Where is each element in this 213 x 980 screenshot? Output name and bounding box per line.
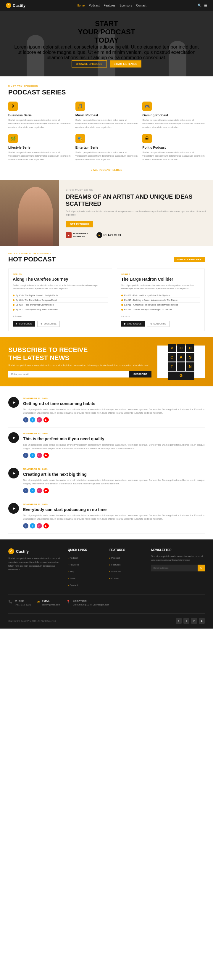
episode-item: Ep #15 - Building a Career in Astronomy … [121,298,200,302]
start-listening-button[interactable]: START LISTENING [110,60,142,67]
newsletter-title: NEWSLETTER [151,548,205,552]
blog-meta-4: NOVEMBER 22, 2019 [23,503,205,506]
blog-play-button-4[interactable]: ▶ [8,503,19,514]
main-podcast-title: Along The Carefree Journey [13,277,108,282]
footer-linkedin-icon[interactable]: in [191,618,197,624]
youtube-icon[interactable]: ▶ [43,453,49,458]
subscribe-email-input[interactable] [8,371,129,377]
instagram-icon[interactable]: in [37,488,42,493]
list-item: Features [68,562,103,567]
twitter-icon[interactable]: t [30,523,35,528]
footer-youtube-icon[interactable]: ▶ [199,618,205,624]
youtube-icon[interactable]: ▶ [43,488,49,493]
play-episodes-button-2[interactable]: ▶ 13 EPISODES [121,321,145,326]
subscribe-banner: SUBSCRIBE TO RECEIVE THE LATEST NEWS Sed… [0,337,213,387]
featured-show-label: SHOW MUST GO ON [66,189,207,191]
footer-twitter-icon[interactable]: t [183,618,189,624]
momentary-text: MOMENTARYPICTURES [73,232,88,238]
browse-episodes-button[interactable]: BROWSE EPISODES [72,60,107,67]
episode-item: Ep #14 - The Digital Nomad Lifestyle Fac… [13,293,108,298]
all-podcast-series-link[interactable]: ▸ ALL PODCAST SERIES [91,169,122,172]
footer-copyright: Copyright © CastifyPro 2019, All Right R… [8,620,56,622]
facebook-icon[interactable]: f [23,417,29,423]
ep-dot [13,294,14,296]
quick-link-team[interactable]: Team [70,577,75,580]
nav-features[interactable]: Features [104,4,115,7]
quick-link-blog[interactable]: Blog [70,570,74,573]
feature-link-features[interactable]: Features [111,563,121,566]
podcast-featured-row: SERIES Along The Carefree Journey Sed ut… [8,269,205,331]
blog-social-3: f t in ▶ [23,488,205,493]
subscribe-button[interactable]: ⊕ SUBSCRIBE [37,321,60,327]
featured-image [0,180,59,247]
nav-contact[interactable]: Contact [136,4,146,7]
play-icon: ▶ [13,506,15,511]
quick-link-features[interactable]: Features [70,563,79,566]
music-icon: 🎵 [75,102,85,111]
feature-link-about[interactable]: About Us [111,570,121,573]
location-icon: 📍 [66,600,70,604]
twitter-icon[interactable]: t [30,417,35,423]
featured-banner: SHOW MUST GO ON DREAMS OF AN ARTIST AND … [0,180,213,247]
sign-g: G [168,372,194,380]
youtube-icon[interactable]: ▶ [43,523,49,528]
email-value: castify@mail.com [42,603,60,606]
facebook-icon[interactable]: f [23,523,29,528]
episode-item: Ep #47 - Goodbye Boring, Hello Adventure [13,307,108,312]
instagram-icon[interactable]: in [37,417,42,423]
hero-buttons: BROWSE EPISODES START LISTENING [12,60,201,67]
footer-brand-icon: C [8,548,14,554]
blog-content-1: NOVEMBER 22, 2019 Getting rid of time co… [23,397,205,423]
quick-link-contact[interactable]: Contact [70,584,78,587]
featured-content: SHOW MUST GO ON DREAMS OF AN ARTIST AND … [59,180,213,247]
secondary-podcast-title: The Large Hadron Collider [121,277,200,282]
nav-sponsors[interactable]: Sponsors [119,4,132,7]
instagram-icon[interactable]: in [37,523,42,528]
twitter-icon[interactable]: t [30,488,35,493]
politic-icon: 🏛 [142,134,152,143]
episode-item: Ep #08 - The Dark Side of Being an Expat [13,298,108,302]
phone-icon: 📞 [8,600,13,604]
get-in-touch-button[interactable]: GET IN TOUCH [66,221,93,228]
podcast-grid: 🎙 Business Serie Sed ut perspiciatis und… [8,102,205,161]
search-icon[interactable]: 🔍 [198,3,202,7]
newsletter-submit-button[interactable]: ➤ [198,565,205,571]
footer-email: ✉ EMAIL castify@mail.com [37,600,60,606]
blog-play-button-1[interactable]: ▶ [8,397,19,408]
quick-links-title: QUICK LINKS [68,548,103,552]
ep-dot [121,294,123,296]
blog-section: ▶ NOVEMBER 22, 2019 Getting rid of time … [0,387,213,539]
facebook-icon[interactable]: f [23,453,29,458]
menu-icon[interactable]: ☰ [204,3,207,7]
play-icon: ▶ [16,323,17,325]
subscribe-submit-button[interactable]: SUBSCRIBE [129,371,151,377]
blog-content-3: NOVEMBER 22, 2019 Creating art is the ne… [23,468,205,493]
nav-home[interactable]: Home [77,4,85,7]
blog-play-button-2[interactable]: ▶ [8,432,19,443]
footer: C Castify Sed ut perspiciatis unde omnis… [0,539,213,628]
navbar: C Castify Home Podcast Features Sponsors… [0,0,213,11]
series-title: PODCAST SERIES [8,89,205,96]
brand[interactable]: C Castify [6,3,25,8]
phone-value: (+61) 119 1231 [15,603,31,606]
footer-contact-row: 📞 PHONE (+61) 119 1231 ✉ EMAIL castify@m… [8,595,205,609]
feature-link-contact[interactable]: Contact [111,577,119,580]
blog-play-button-3[interactable]: ▶ [8,468,19,479]
footer-location: 📍 LOCATION Cibeurteung 10 /5, Jatinangor… [66,600,109,606]
play-episodes-button[interactable]: ▶ 9 EPISODES [13,321,35,326]
ep-dot [121,309,123,310]
twitter-icon[interactable]: t [30,453,35,458]
youtube-icon[interactable]: ▶ [43,417,49,423]
footer-social: f t in ▶ [176,618,205,624]
list-item: Contact [68,582,103,587]
nav-podcast[interactable]: Podcast [89,4,99,7]
logo-momentary: ▶ MOMENTARYPICTURES [66,232,88,238]
newsletter-input[interactable] [151,565,198,571]
quick-link-podcast[interactable]: Podcast [70,557,78,559]
footer-facebook-icon[interactable]: f [176,618,182,624]
subscribe-button-2[interactable]: ⊕ SUBSCRIBE [147,321,170,327]
facebook-icon[interactable]: f [23,488,29,493]
instagram-icon[interactable]: in [37,453,42,458]
feature-link-podcast[interactable]: Podcast [111,557,120,559]
view-all-button[interactable]: VIEW ALL EPISODES [174,257,205,262]
